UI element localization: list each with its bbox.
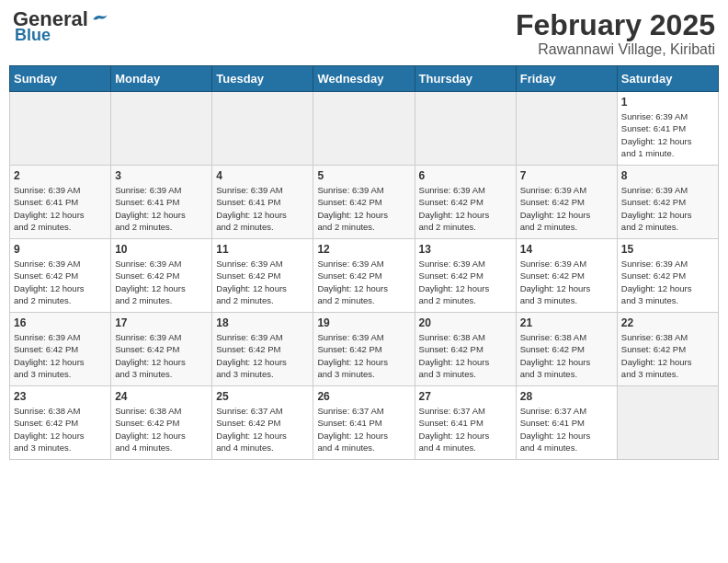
calendar-cell: 17Sunrise: 6:39 AM Sunset: 6:42 PM Dayli… xyxy=(111,313,212,386)
day-number: 16 xyxy=(14,316,107,329)
day-info: Sunrise: 6:39 AM Sunset: 6:42 PM Dayligh… xyxy=(317,184,410,233)
calendar-week-row: 16Sunrise: 6:39 AM Sunset: 6:42 PM Dayli… xyxy=(10,313,719,386)
day-info: Sunrise: 6:39 AM Sunset: 6:42 PM Dayligh… xyxy=(621,184,714,233)
day-info: Sunrise: 6:39 AM Sunset: 6:42 PM Dayligh… xyxy=(216,258,309,306)
day-number: 17 xyxy=(115,316,208,329)
page-header: General Blue February 2025 Rawannawi Vil… xyxy=(9,9,719,58)
day-info: Sunrise: 6:39 AM Sunset: 6:42 PM Dayligh… xyxy=(216,331,309,380)
calendar-cell: 22Sunrise: 6:38 AM Sunset: 6:42 PM Dayli… xyxy=(617,313,718,386)
calendar-cell: 2Sunrise: 6:39 AM Sunset: 6:41 PM Daylig… xyxy=(10,166,111,239)
day-info: Sunrise: 6:38 AM Sunset: 6:42 PM Dayligh… xyxy=(14,405,107,454)
day-info: Sunrise: 6:39 AM Sunset: 6:42 PM Dayligh… xyxy=(14,331,107,380)
day-info: Sunrise: 6:39 AM Sunset: 6:42 PM Dayligh… xyxy=(419,184,512,233)
calendar-cell: 19Sunrise: 6:39 AM Sunset: 6:42 PM Dayli… xyxy=(313,313,415,386)
calendar-cell: 12Sunrise: 6:39 AM Sunset: 6:42 PM Dayli… xyxy=(313,239,415,313)
day-info: Sunrise: 6:38 AM Sunset: 6:42 PM Dayligh… xyxy=(419,331,512,380)
calendar-cell: 21Sunrise: 6:38 AM Sunset: 6:42 PM Dayli… xyxy=(516,313,617,386)
logo-blue-text: Blue xyxy=(15,26,51,45)
day-info: Sunrise: 6:37 AM Sunset: 6:42 PM Dayligh… xyxy=(216,405,309,454)
logo: General Blue xyxy=(13,9,108,45)
calendar-cell: 11Sunrise: 6:39 AM Sunset: 6:42 PM Dayli… xyxy=(212,239,313,313)
calendar-cell xyxy=(10,92,111,166)
day-number: 1 xyxy=(621,96,714,109)
calendar-cell: 8Sunrise: 6:39 AM Sunset: 6:42 PM Daylig… xyxy=(617,166,718,239)
day-info: Sunrise: 6:39 AM Sunset: 6:42 PM Dayligh… xyxy=(520,184,613,233)
calendar-header-wednesday: Wednesday xyxy=(313,66,415,92)
calendar-week-row: 1Sunrise: 6:39 AM Sunset: 6:41 PM Daylig… xyxy=(10,92,719,166)
day-number: 27 xyxy=(419,390,512,403)
day-info: Sunrise: 6:39 AM Sunset: 6:42 PM Dayligh… xyxy=(317,258,410,306)
day-number: 18 xyxy=(216,316,309,329)
calendar-cell: 26Sunrise: 6:37 AM Sunset: 6:41 PM Dayli… xyxy=(313,386,415,460)
calendar-cell xyxy=(516,92,617,166)
calendar-cell: 5Sunrise: 6:39 AM Sunset: 6:42 PM Daylig… xyxy=(313,166,415,239)
calendar-week-row: 23Sunrise: 6:38 AM Sunset: 6:42 PM Dayli… xyxy=(10,386,719,460)
day-number: 14 xyxy=(520,243,613,256)
day-number: 9 xyxy=(14,243,107,256)
calendar-cell: 25Sunrise: 6:37 AM Sunset: 6:42 PM Dayli… xyxy=(212,386,313,460)
day-info: Sunrise: 6:39 AM Sunset: 6:41 PM Dayligh… xyxy=(115,184,208,233)
day-number: 21 xyxy=(520,316,613,329)
calendar-cell: 23Sunrise: 6:38 AM Sunset: 6:42 PM Dayli… xyxy=(10,386,111,460)
calendar-cell: 14Sunrise: 6:39 AM Sunset: 6:42 PM Dayli… xyxy=(516,239,617,313)
day-number: 12 xyxy=(317,243,410,256)
day-number: 24 xyxy=(115,390,208,403)
calendar-header-row: SundayMondayTuesdayWednesdayThursdayFrid… xyxy=(10,66,719,92)
day-number: 10 xyxy=(115,243,208,256)
day-number: 23 xyxy=(14,390,107,403)
day-info: Sunrise: 6:39 AM Sunset: 6:41 PM Dayligh… xyxy=(14,184,107,233)
day-info: Sunrise: 6:38 AM Sunset: 6:42 PM Dayligh… xyxy=(621,331,714,380)
month-title: February 2025 xyxy=(516,9,715,41)
calendar-week-row: 2Sunrise: 6:39 AM Sunset: 6:41 PM Daylig… xyxy=(10,166,719,239)
calendar-table: SundayMondayTuesdayWednesdayThursdayFrid… xyxy=(9,65,719,460)
day-number: 22 xyxy=(621,316,714,329)
calendar-cell: 7Sunrise: 6:39 AM Sunset: 6:42 PM Daylig… xyxy=(516,166,617,239)
day-number: 28 xyxy=(520,390,613,403)
day-number: 5 xyxy=(317,169,410,182)
day-number: 4 xyxy=(216,169,309,182)
calendar-cell: 9Sunrise: 6:39 AM Sunset: 6:42 PM Daylig… xyxy=(10,239,111,313)
calendar-cell xyxy=(415,92,516,166)
day-info: Sunrise: 6:39 AM Sunset: 6:42 PM Dayligh… xyxy=(520,258,613,306)
calendar-cell xyxy=(212,92,313,166)
calendar-cell xyxy=(111,92,212,166)
day-info: Sunrise: 6:38 AM Sunset: 6:42 PM Dayligh… xyxy=(520,331,613,380)
calendar-cell: 3Sunrise: 6:39 AM Sunset: 6:41 PM Daylig… xyxy=(111,166,212,239)
calendar-cell: 4Sunrise: 6:39 AM Sunset: 6:41 PM Daylig… xyxy=(212,166,313,239)
calendar-cell: 18Sunrise: 6:39 AM Sunset: 6:42 PM Dayli… xyxy=(212,313,313,386)
day-info: Sunrise: 6:37 AM Sunset: 6:41 PM Dayligh… xyxy=(317,405,410,454)
calendar-cell: 13Sunrise: 6:39 AM Sunset: 6:42 PM Dayli… xyxy=(415,239,516,313)
calendar-cell: 1Sunrise: 6:39 AM Sunset: 6:41 PM Daylig… xyxy=(617,92,718,166)
day-number: 2 xyxy=(14,169,107,182)
title-section: February 2025 Rawannawi Village, Kiribat… xyxy=(516,9,715,58)
calendar-header-tuesday: Tuesday xyxy=(212,66,313,92)
day-number: 20 xyxy=(419,316,512,329)
day-number: 6 xyxy=(419,169,512,182)
day-number: 7 xyxy=(520,169,613,182)
day-info: Sunrise: 6:37 AM Sunset: 6:41 PM Dayligh… xyxy=(520,405,613,454)
calendar-header-sunday: Sunday xyxy=(10,66,111,92)
calendar-header-friday: Friday xyxy=(516,66,617,92)
calendar-cell: 27Sunrise: 6:37 AM Sunset: 6:41 PM Dayli… xyxy=(415,386,516,460)
day-number: 25 xyxy=(216,390,309,403)
day-number: 26 xyxy=(317,390,410,403)
day-info: Sunrise: 6:37 AM Sunset: 6:41 PM Dayligh… xyxy=(419,405,512,454)
calendar-cell xyxy=(617,386,718,460)
calendar-cell: 6Sunrise: 6:39 AM Sunset: 6:42 PM Daylig… xyxy=(415,166,516,239)
calendar-header-saturday: Saturday xyxy=(617,66,718,92)
day-info: Sunrise: 6:39 AM Sunset: 6:41 PM Dayligh… xyxy=(216,184,309,233)
calendar-cell: 24Sunrise: 6:38 AM Sunset: 6:42 PM Dayli… xyxy=(111,386,212,460)
day-info: Sunrise: 6:39 AM Sunset: 6:42 PM Dayligh… xyxy=(115,258,208,306)
day-info: Sunrise: 6:39 AM Sunset: 6:42 PM Dayligh… xyxy=(317,331,410,380)
calendar-cell: 20Sunrise: 6:38 AM Sunset: 6:42 PM Dayli… xyxy=(415,313,516,386)
day-info: Sunrise: 6:39 AM Sunset: 6:41 PM Dayligh… xyxy=(621,110,714,159)
day-number: 3 xyxy=(115,169,208,182)
day-info: Sunrise: 6:39 AM Sunset: 6:42 PM Dayligh… xyxy=(14,258,107,306)
day-number: 15 xyxy=(621,243,714,256)
calendar-cell: 16Sunrise: 6:39 AM Sunset: 6:42 PM Dayli… xyxy=(10,313,111,386)
logo-bird-icon xyxy=(90,10,108,29)
day-number: 19 xyxy=(317,316,410,329)
calendar-cell: 10Sunrise: 6:39 AM Sunset: 6:42 PM Dayli… xyxy=(111,239,212,313)
day-info: Sunrise: 6:39 AM Sunset: 6:42 PM Dayligh… xyxy=(419,258,512,306)
calendar-cell: 28Sunrise: 6:37 AM Sunset: 6:41 PM Dayli… xyxy=(516,386,617,460)
